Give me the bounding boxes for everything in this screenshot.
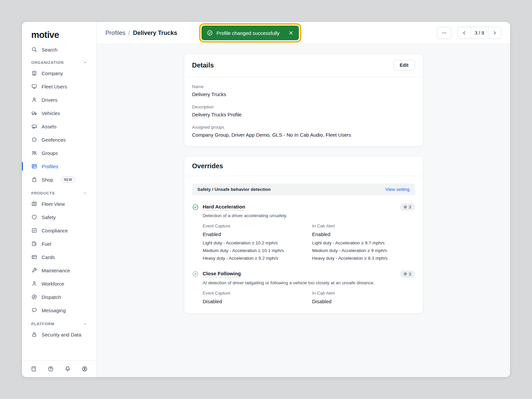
sidebar-item-dispatch[interactable]: Dispatch <box>22 290 96 304</box>
search-icon <box>31 47 37 53</box>
sidebar-item-label: Dispatch <box>42 294 61 300</box>
breadcrumb-parent[interactable]: Profiles <box>105 30 125 37</box>
sidebar-item-fuel[interactable]: Fuel <box>22 237 96 250</box>
section-label: PLATFORM <box>31 322 54 326</box>
close-icon <box>288 30 294 36</box>
chevron-up-icon <box>83 322 87 326</box>
sidebar-item-groups[interactable]: Groups <box>22 146 96 160</box>
column-value: Disabled <box>312 299 415 304</box>
section-header-platform[interactable]: PLATFORM <box>22 317 96 328</box>
override-settings-count: 3 <box>409 272 411 277</box>
override-description: Detection of a driver accelerating unsaf… <box>203 213 415 218</box>
override-title[interactable]: Hard Acceleration <box>203 204 245 210</box>
override-item-close-following: Close Following ⚙ 3 AI detection of driv… <box>184 262 423 314</box>
notifications-button[interactable] <box>65 366 71 372</box>
override-item-header: Close Following ⚙ 3 <box>192 270 415 278</box>
building-icon <box>31 70 37 76</box>
field-value: Delivery Trucks Profile <box>192 112 415 117</box>
sidebar-item-company[interactable]: Company <box>22 66 96 80</box>
account-button[interactable] <box>81 366 88 372</box>
sidebar-item-fleet-view[interactable]: Fleet View <box>22 197 96 210</box>
column-value: Disabled <box>203 299 306 304</box>
sidebar-item-search[interactable]: Search <box>22 44 96 56</box>
sidebar-item-fleet-users[interactable]: Fleet Users <box>22 80 96 93</box>
search-label: Search <box>42 47 58 53</box>
overrides-card: Overrides Safety / Unsafe behavior detec… <box>184 156 423 314</box>
enabled-check-circle-icon <box>192 204 199 210</box>
chat-bubble-icon <box>31 307 37 313</box>
disabled-x-circle-icon <box>192 271 199 277</box>
changelog-icon <box>31 366 37 372</box>
shopping-bag-icon <box>31 177 37 183</box>
override-settings-badge[interactable]: ⚙ 3 <box>400 203 415 211</box>
monitor-icon <box>31 83 37 89</box>
people-icon <box>31 150 37 156</box>
column-label: In-Cab Alert <box>312 291 415 296</box>
details-card-body: Name Delivery Trucks Description Deliver… <box>184 77 423 146</box>
sidebar-item-label: Fleet View <box>42 201 65 207</box>
sidebar-item-drivers[interactable]: Drivers <box>22 93 96 106</box>
in-cab-alert-column: In-Cab Alert Enabled Light duty - Accele… <box>312 223 415 262</box>
overrides-card-header: Overrides <box>184 156 423 176</box>
sidebar-item-label: Assets <box>42 124 57 129</box>
help-icon <box>48 366 54 372</box>
sidebar-item-label: Groups <box>42 150 58 156</box>
section-label: ORGANIZATION <box>31 61 64 65</box>
motive-logo[interactable]: motive <box>22 22 96 44</box>
sidebar-item-security-and-data[interactable]: Security and Data <box>22 328 96 341</box>
column-detail-lines: Light duty - Acceleration ≥ 10.2 mph/s M… <box>203 239 306 262</box>
override-group-label: Safety / Unsafe behavior detection <box>198 187 271 192</box>
credit-card-icon <box>31 254 37 260</box>
sidebar-item-shop[interactable]: Shop NEW <box>22 173 96 186</box>
override-settings-badge[interactable]: ⚙ 3 <box>400 270 415 278</box>
override-title[interactable]: Close Following <box>203 271 241 277</box>
chevron-left-icon <box>462 30 467 36</box>
sidebar-item-label: Vehicles <box>42 110 60 116</box>
pager-count: 3 / 9 <box>470 27 488 39</box>
geofence-icon <box>31 137 37 143</box>
sidebar-item-messaging[interactable]: Messaging <box>22 304 96 317</box>
sidebar-item-profiles[interactable]: Profiles <box>22 160 96 173</box>
sidebar-item-safety[interactable]: Safety <box>22 210 96 224</box>
sidebar-item-label: Profiles <box>42 164 58 169</box>
section-header-products[interactable]: PRODUCTS <box>22 186 96 197</box>
chevron-up-icon <box>83 61 87 65</box>
main-column: Profiles / Delivery Trucks Profile chang… <box>97 22 510 377</box>
sidebar-item-geofences[interactable]: Geofences <box>22 133 96 146</box>
edit-button[interactable]: Edit <box>393 60 415 70</box>
in-cab-alert-column: In-Cab Alert Disabled <box>312 291 415 304</box>
fuel-pump-icon <box>31 241 37 247</box>
section-header-organization[interactable]: ORGANIZATION <box>22 56 96 66</box>
column-label: Event Capture <box>203 291 306 296</box>
field-description: Description Delivery Trucks Profile <box>192 104 415 117</box>
previous-profile-button[interactable] <box>458 27 470 39</box>
sidebar-item-vehicles[interactable]: Vehicles <box>22 106 96 120</box>
field-label: Name <box>192 84 415 89</box>
changelog-button[interactable] <box>31 366 37 372</box>
override-settings-grid: Event Capture Enabled Light duty - Accel… <box>203 223 415 262</box>
account-icon <box>81 366 88 372</box>
sidebar-item-maintenance[interactable]: Maintenance <box>22 264 96 277</box>
top-actions: 3 / 9 <box>437 27 501 39</box>
column-detail-lines: Light duty - Acceleration ≥ 9.7 mph/s Me… <box>312 239 415 262</box>
sidebar-item-workforce[interactable]: Workforce <box>22 277 96 290</box>
sidebar-item-cards[interactable]: Cards <box>22 250 96 264</box>
chevron-right-icon <box>492 30 497 36</box>
more-options-button[interactable] <box>437 27 452 39</box>
detail-line: Heavy duty - Acceleration ≥ 8.3 mph/s <box>312 255 415 262</box>
next-profile-button[interactable] <box>488 27 501 39</box>
worker-icon <box>31 281 37 287</box>
toast-close-button[interactable] <box>288 30 294 36</box>
sidebar-item-assets[interactable]: Assets <box>22 120 96 133</box>
detail-line: Medium duty - Acceleration ≥ 9 mph/s <box>312 247 415 255</box>
help-button[interactable] <box>48 366 54 372</box>
override-settings-grid: Event Capture Disabled In-Cab Alert Disa… <box>203 291 415 304</box>
new-badge: NEW <box>61 177 75 183</box>
details-card: Details Edit Name Delivery Trucks Descri… <box>184 54 423 147</box>
sidebar-item-label: Company <box>42 70 63 76</box>
top-bar: Profiles / Delivery Trucks Profile chang… <box>97 22 510 44</box>
sidebar-item-compliance[interactable]: Compliance <box>22 224 96 237</box>
trailer-icon <box>31 123 37 129</box>
person-icon <box>31 97 37 103</box>
view-setting-link[interactable]: View setting <box>385 187 410 192</box>
